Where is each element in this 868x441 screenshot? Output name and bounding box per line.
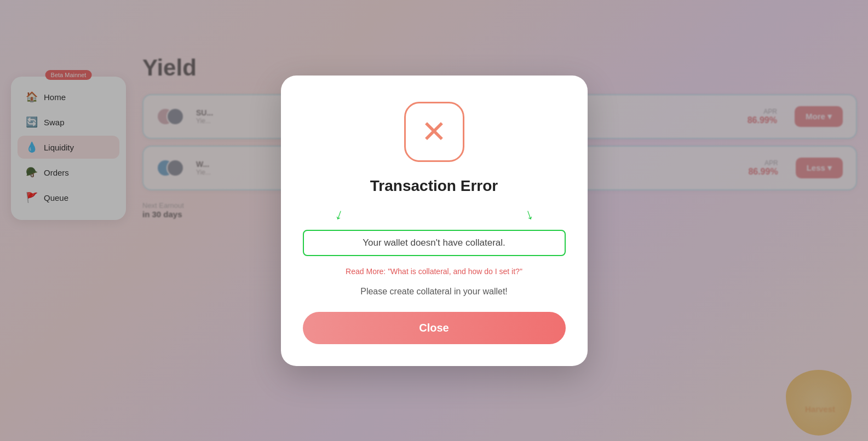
create-collateral-text: Please create collateral in your wallet! (360, 287, 508, 297)
modal-overlay: ✕ Transaction Error ↓ ↓ Your wallet does… (0, 0, 868, 441)
transaction-error-modal: ✕ Transaction Error ↓ ↓ Your wallet does… (281, 76, 588, 366)
modal-title: Transaction Error (370, 177, 498, 195)
error-message-text: Your wallet doesn't have collateral. (363, 237, 505, 248)
left-arrow-icon: ↓ (332, 205, 346, 224)
arrows-and-message: ↓ ↓ Your wallet doesn't have collateral. (303, 206, 566, 256)
error-icon-container: ✕ (404, 102, 464, 162)
close-button[interactable]: Close (303, 312, 566, 344)
right-arrow-icon: ↓ (522, 205, 535, 224)
error-x-icon: ✕ (421, 117, 447, 147)
green-arrows-row: ↓ ↓ (303, 206, 566, 223)
error-message-box: Your wallet doesn't have collateral. (303, 230, 566, 256)
read-more-link[interactable]: Read More: "What is collateral, and how … (346, 267, 522, 276)
